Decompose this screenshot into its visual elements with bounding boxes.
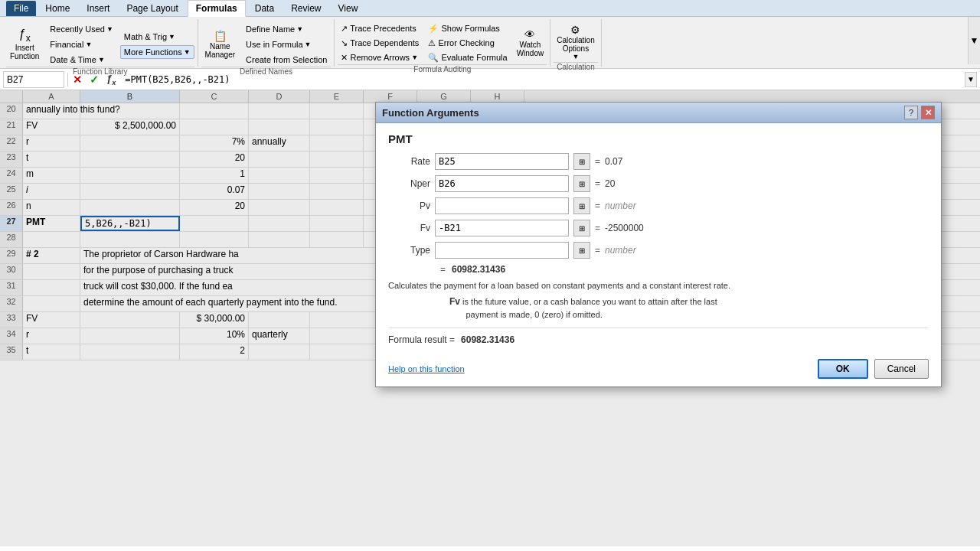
remove-arrows-button[interactable]: ✕ Remove Arrows▼ (338, 51, 422, 64)
recently-used-button[interactable]: Recently Used▼ (46, 22, 116, 36)
tab-home[interactable]: Home (38, 1, 77, 16)
arg-eq-nper: = (595, 178, 600, 189)
trace-dependents-button[interactable]: ↘ Trace Dependents (338, 37, 422, 50)
arg-val-nper: 20 (605, 178, 615, 189)
show-formulas-button[interactable]: ⚡ Show Formulas (425, 22, 510, 35)
arg-label-nper: Nper (388, 178, 430, 189)
group-function-library: ƒx Insert Function Recently Used▼ Financ… (3, 19, 198, 67)
formula-bar-scroll[interactable]: ▼ (965, 72, 977, 87)
arg-input-type[interactable] (435, 242, 569, 259)
dialog-help-btn[interactable]: ? (904, 106, 918, 119)
calc-result-val: 60982.31436 (452, 264, 505, 275)
group-defined-names: 📋 Name Manager Define Name▼ Use in Formu… (198, 19, 335, 67)
arg-input-pv[interactable] (435, 197, 569, 214)
arg-label-rate: Rate (388, 156, 430, 167)
tab-data[interactable]: Data (247, 1, 282, 16)
function-arguments-dialog: Function Arguments ? ✕ PMT Rate ⊞ = 0.07… (375, 102, 942, 387)
tab-insert[interactable]: Insert (79, 1, 117, 16)
arg-input-rate[interactable] (435, 153, 569, 170)
calc-result-eq: = (440, 264, 446, 275)
group-label-calculation: Calculation (554, 62, 597, 72)
cancel-button[interactable]: Cancel (874, 359, 929, 379)
group-formula-auditing: ↗ Trace Precedents ↘ Trace Dependents ✕ … (335, 19, 550, 67)
tab-review[interactable]: Review (283, 1, 328, 16)
function-name-label: PMT (388, 132, 929, 145)
datetime-button[interactable]: Date & Time▼ (46, 53, 116, 67)
fv-description: Fv is the future value, or a cash balanc… (449, 295, 893, 321)
create-from-selection-button[interactable]: Create from Selection (242, 53, 331, 67)
group-label-formula-auditing: Formula Auditing (338, 64, 547, 74)
define-name-button[interactable]: Define Name▼ (242, 22, 331, 36)
function-description: Calculates the payment for a loan based … (388, 281, 909, 290)
financial-button[interactable]: Financial▼ (46, 37, 116, 51)
arg-refbtn-pv[interactable]: ⊞ (573, 197, 590, 214)
watch-window-button[interactable]: 👁 Watch Window (514, 27, 547, 59)
arg-eq-pv: = (595, 201, 600, 211)
group-calculation: ⚙ Calculation Options ▼ Calculation (550, 19, 601, 67)
use-in-formula-button[interactable]: Use in Formula▼ (242, 37, 331, 51)
arg-refbtn-rate[interactable]: ⊞ (573, 153, 590, 170)
group-label-function-library: Function Library (6, 67, 194, 77)
dialog-close-btn[interactable]: ✕ (921, 106, 935, 119)
arg-refbtn-fv[interactable]: ⊞ (573, 220, 590, 236)
arg-input-fv[interactable] (435, 220, 569, 236)
ok-button[interactable]: OK (818, 359, 868, 379)
arg-refbtn-type[interactable]: ⊞ (573, 242, 590, 259)
calc-result-row: = 60982.31436 (440, 264, 929, 275)
error-checking-button[interactable]: ⚠ Error Checking (425, 37, 510, 50)
trace-precedents-button[interactable]: ↗ Trace Precedents (338, 22, 422, 35)
ribbon-scroll-right[interactable]: ▼ (968, 17, 980, 64)
name-manager-button[interactable]: 📋 Name Manager (201, 28, 239, 61)
more-functions-button[interactable]: More Functions▼ (120, 45, 194, 59)
arg-row-fv: Fv ⊞ = -2500000 (388, 220, 929, 236)
arg-refbtn-nper[interactable]: ⊞ (573, 175, 590, 192)
help-link[interactable]: Help on this function (388, 364, 465, 373)
arg-eq-fv: = (595, 223, 600, 233)
arg-row-pv: Pv ⊞ = number (388, 197, 929, 214)
calculation-options-button[interactable]: ⚙ Calculation Options ▼ (554, 22, 597, 62)
arg-val-rate: 0.07 (605, 156, 622, 167)
arg-label-pv: Pv (388, 201, 430, 211)
math-trig-button[interactable]: Math & Trig▼ (120, 30, 194, 44)
tab-page-layout[interactable]: Page Layout (119, 1, 185, 16)
arg-val-type: number (605, 245, 636, 256)
arg-input-nper[interactable] (435, 175, 569, 192)
group-label-defined-names: Defined Names (201, 67, 332, 77)
arg-val-fv: -2500000 (605, 223, 644, 233)
tab-view[interactable]: View (331, 1, 366, 16)
tab-formulas[interactable]: Formulas (188, 0, 246, 17)
evaluate-formula-button[interactable]: 🔍 Evaluate Formula (425, 51, 510, 64)
arg-row-type: Type ⊞ = number (388, 242, 929, 259)
formula-result-label: Formula result = (388, 334, 455, 345)
arg-val-pv: number (605, 201, 636, 211)
dialog-titlebar: Function Arguments ? ✕ (376, 103, 941, 123)
arg-label-fv: Fv (388, 223, 430, 233)
arg-eq-type: = (595, 245, 600, 256)
insert-function-button[interactable]: ƒx Insert Function (6, 25, 43, 63)
formula-result-value: 60982.31436 (461, 334, 514, 345)
arg-row-nper: Nper ⊞ = 20 (388, 175, 929, 192)
arg-label-type: Type (388, 245, 430, 256)
formula-result-row: Formula result = 60982.31436 (388, 334, 929, 345)
tab-file[interactable]: File (6, 1, 36, 16)
dialog-title: Function Arguments (382, 107, 479, 119)
arg-row-rate: Rate ⊞ = 0.07 (388, 153, 929, 170)
arg-eq-rate: = (595, 156, 600, 167)
